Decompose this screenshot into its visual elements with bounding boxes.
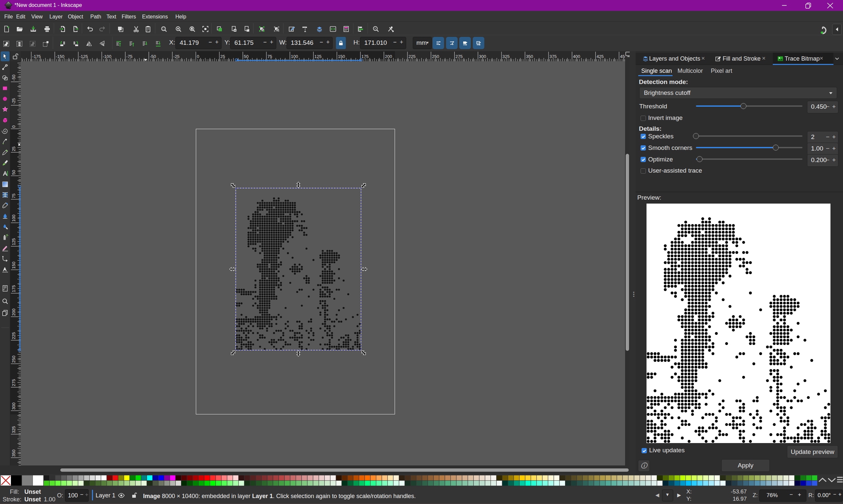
svg-text:250: 250 <box>432 54 439 59</box>
svg-text:-50: -50 <box>150 54 156 59</box>
svg-text:325: 325 <box>11 426 16 433</box>
svg-text:150: 150 <box>338 54 345 59</box>
svg-text:450: 450 <box>620 54 625 59</box>
svg-text:50: 50 <box>11 170 16 175</box>
svg-text:200: 200 <box>11 309 16 316</box>
svg-text:250: 250 <box>11 356 16 363</box>
svg-text:-100: -100 <box>103 54 111 59</box>
svg-text:150: 150 <box>11 262 16 269</box>
svg-text:275: 275 <box>455 54 463 59</box>
svg-text:175: 175 <box>361 54 368 59</box>
svg-text:-50: -50 <box>11 75 16 81</box>
svg-text:200: 200 <box>385 54 392 59</box>
svg-text:0: 0 <box>197 54 199 59</box>
svg-text:0: 0 <box>11 126 16 128</box>
svg-text:300: 300 <box>11 402 16 410</box>
svg-text:-25: -25 <box>173 54 180 59</box>
svg-text:75: 75 <box>268 54 272 59</box>
svg-text:300: 300 <box>479 54 486 59</box>
svg-text:275: 275 <box>11 379 16 386</box>
svg-text:25: 25 <box>11 147 16 151</box>
svg-text:25: 25 <box>220 54 225 59</box>
svg-text:350: 350 <box>11 450 16 457</box>
svg-text:225: 225 <box>409 54 416 59</box>
svg-text:350: 350 <box>526 54 533 59</box>
svg-text:-125: -125 <box>79 54 88 59</box>
svg-text:-75: -75 <box>126 54 133 59</box>
svg-text:225: 225 <box>11 332 16 339</box>
svg-text:-150: -150 <box>56 54 64 59</box>
svg-text:100: 100 <box>11 215 16 222</box>
svg-text:-175: -175 <box>32 54 41 59</box>
svg-text:175: 175 <box>11 285 16 292</box>
svg-text:400: 400 <box>573 54 580 59</box>
svg-text:325: 325 <box>502 54 510 59</box>
svg-text:100: 100 <box>291 54 298 59</box>
svg-text:425: 425 <box>597 54 604 59</box>
svg-text:125: 125 <box>11 238 16 246</box>
svg-text:50: 50 <box>244 54 248 59</box>
svg-text:375: 375 <box>550 54 557 59</box>
svg-text:-25: -25 <box>11 98 16 104</box>
svg-text:75: 75 <box>11 194 16 198</box>
svg-text:125: 125 <box>314 54 322 59</box>
